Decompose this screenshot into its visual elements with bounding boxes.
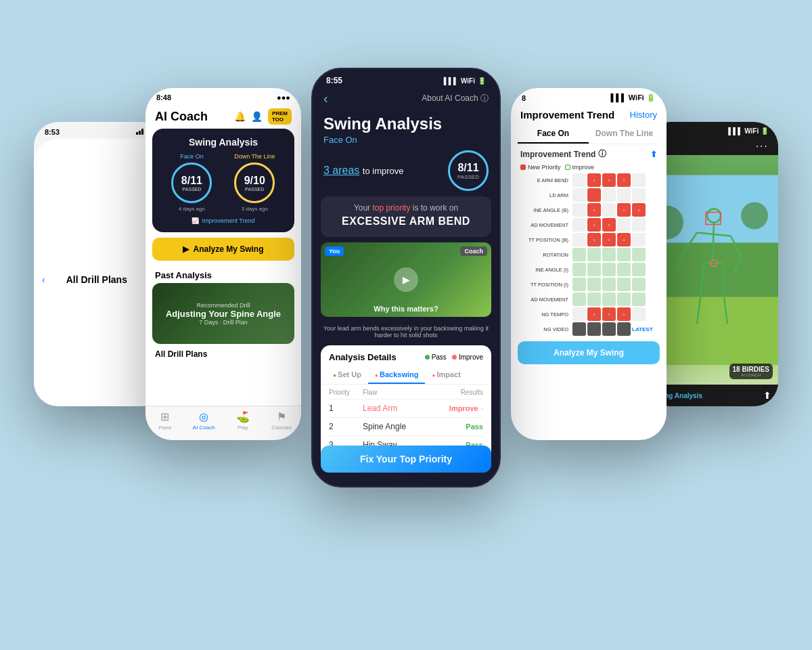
p2-all-drill-link[interactable]: All Drill Plans bbox=[145, 344, 301, 364]
p4-down-line-tab[interactable]: Down The Line bbox=[589, 125, 660, 144]
pc-time: 8:55 bbox=[326, 76, 342, 85]
p4-cell-9-5 bbox=[632, 292, 646, 306]
p4-row-4: AD MOVEMENT › › bbox=[515, 218, 662, 232]
pc-legend: Pass Improve bbox=[425, 353, 483, 361]
pc-status-icons: ▌▌▌ WiFi 🔋 bbox=[444, 77, 486, 85]
p4-cell-1-3: › bbox=[602, 173, 616, 187]
p4-history-btn[interactable]: History bbox=[630, 110, 657, 120]
p2-rec-overlay: Recommended Drill Adjusting Your Spine A… bbox=[152, 283, 294, 344]
pc-about-label[interactable]: About AI Coach ⓘ bbox=[422, 93, 489, 104]
pc-row1-result: Improve › bbox=[429, 404, 483, 412]
p2-line-passed: PASSED bbox=[245, 187, 264, 192]
pc-th-results: Results bbox=[429, 389, 483, 396]
p1-back-btn[interactable]: ‹ bbox=[42, 274, 45, 285]
pc-analysis-title: Analysis Details bbox=[329, 352, 397, 362]
pc-th-flaw: Flaw bbox=[363, 389, 429, 396]
p2-profile-icon[interactable]: 👤 bbox=[251, 111, 263, 122]
p2-recommended-card[interactable]: Recommended Drill Adjusting Your Spine A… bbox=[152, 283, 294, 344]
p4-analyze-btn[interactable]: Analyze My Swing bbox=[518, 341, 660, 364]
p4-latest-label: LATEST bbox=[632, 326, 653, 332]
p2-header: AI Coach 🔔 👤 PREMTOO bbox=[145, 104, 301, 129]
pc-tab-impact[interactable]: Impact bbox=[425, 366, 468, 384]
p4-cell-3-2: › bbox=[587, 203, 601, 217]
pc-table-row-1[interactable]: 1 Lead Arm Improve › bbox=[329, 399, 483, 417]
phone-ai-coach: 8:48 ●●● AI Coach 🔔 👤 PREMTOO Swing Anal… bbox=[145, 88, 301, 440]
pc-areas-text: 3 areas to improve bbox=[323, 165, 404, 177]
p4-cell-10-4: › bbox=[617, 307, 631, 321]
pc-row1-result-label: Improve bbox=[449, 404, 478, 412]
pc-areas-link[interactable]: 3 areas bbox=[323, 165, 359, 176]
pc-video-area[interactable]: You Coach ▶ Why this matters? bbox=[321, 242, 491, 317]
p2-bell-icon[interactable]: 🔔 bbox=[234, 111, 246, 122]
p2-tab-bar: ⊞ Feed ◎ AI Coach ⛳ Play ⚑ Courses bbox=[145, 406, 301, 440]
pc-coach-label: Coach bbox=[460, 246, 487, 256]
p5-share-icon[interactable]: ⬆ bbox=[763, 390, 771, 401]
pc-row2-result: Pass bbox=[429, 422, 483, 431]
p4-cell-7-1 bbox=[572, 263, 586, 276]
p5-status-icons: ▌▌▌ WiFi 🔋 bbox=[728, 127, 769, 135]
p2-play-icon: ⛳ bbox=[236, 410, 250, 423]
pc-you-label: You bbox=[325, 246, 344, 256]
p4-row-3: INE ANGLE (B) › › › bbox=[515, 203, 662, 217]
p4-grid-area: E ARM BEND › › › LD ARM bbox=[511, 173, 667, 336]
p2-tab-aicoach[interactable]: ◎ AI Coach bbox=[185, 410, 224, 431]
p2-time: 8:48 bbox=[156, 93, 171, 102]
p4-legend-new-label: New Priority bbox=[528, 164, 561, 171]
p4-row-cells-4: › › bbox=[572, 218, 646, 232]
pc-fix-btn[interactable]: Fix Your Top Priority bbox=[321, 446, 491, 473]
p2-status-bar: 8:48 ●●● bbox=[145, 88, 301, 104]
p2-analyze-btn[interactable]: ▶ Analyze My Swing bbox=[152, 238, 294, 261]
pc-back-btn[interactable]: ‹ bbox=[323, 91, 328, 106]
p2-tab-feed[interactable]: ⊞ Feed bbox=[145, 410, 185, 431]
pc-big-score-sub: PASSED bbox=[457, 174, 479, 180]
p4-cell-10-3: › bbox=[602, 307, 616, 321]
pc-play-btn[interactable]: ▶ bbox=[394, 267, 418, 292]
p4-cell-8-4 bbox=[617, 278, 631, 291]
pc-tab-backswing[interactable]: Backswing bbox=[368, 366, 426, 384]
p2-analyze-label: Analyze My Swing bbox=[193, 244, 263, 254]
p4-cell-4-4 bbox=[617, 218, 631, 232]
p4-face-on-tab[interactable]: Face On bbox=[518, 125, 589, 144]
p2-rec-sub: 7 Days · Drill Plan bbox=[199, 319, 248, 326]
pc-legend-pass: Pass bbox=[425, 353, 447, 361]
pc-legend-improve-label: Improve bbox=[459, 353, 483, 361]
p2-status-icons: ●●● bbox=[277, 93, 290, 102]
p5-birdies-sub: AI COACH bbox=[733, 373, 769, 377]
p4-cell-1-1 bbox=[572, 173, 586, 187]
p4-cell-10-5 bbox=[632, 307, 646, 321]
p2-trend-btn[interactable]: 📈 Improvement Trend bbox=[160, 217, 286, 224]
p2-tab-play[interactable]: ⛳ Play bbox=[223, 410, 263, 431]
p2-down-line-score: Down The Line 9/10 PASSED 3 days ago bbox=[234, 153, 275, 212]
p4-share-icon[interactable]: ⬆ bbox=[650, 150, 657, 159]
pc-th-priority: Priority bbox=[329, 389, 363, 396]
p2-tab-courses[interactable]: ⚑ Courses bbox=[263, 410, 302, 431]
p4-row-label-6: ROTATION bbox=[515, 252, 572, 258]
p5-dots[interactable]: ··· bbox=[756, 140, 769, 152]
pc-top-priority-highlight: top priority bbox=[372, 203, 410, 213]
pc-row1-num: 1 bbox=[329, 404, 363, 413]
p4-row-cells-5: › › › bbox=[572, 233, 646, 246]
pc-table-header: Priority Flaw Results bbox=[329, 387, 483, 399]
p4-cell-7-3 bbox=[602, 263, 616, 276]
pc-table-row-2[interactable]: 2 Spine Angle Pass bbox=[329, 417, 483, 435]
p4-section-label: Improvement Trend bbox=[520, 150, 595, 159]
p5-birdies-badge: 18 BIRDIES AI COACH bbox=[729, 364, 773, 379]
p4-cell-4-5 bbox=[632, 218, 646, 232]
p4-row-10: NG TEMPO › › › bbox=[515, 307, 662, 321]
pc-analysis-tabs: Set Up Backswing Impact bbox=[321, 366, 491, 385]
p4-cell-3-4: › bbox=[617, 203, 631, 217]
p2-face-on-label: Face On bbox=[171, 153, 212, 160]
pc-subtitle: Face On bbox=[323, 135, 489, 145]
p4-row-label-7: INE ANGLE (I) bbox=[515, 267, 572, 273]
p2-face-score-num: 8/11 bbox=[181, 175, 202, 187]
p2-premium-badge[interactable]: PREMTOO bbox=[268, 108, 292, 125]
p4-cell-1-4: › bbox=[617, 173, 631, 187]
pc-tab-setup[interactable]: Set Up bbox=[326, 366, 368, 384]
p4-cell-6-4 bbox=[617, 248, 631, 261]
p4-row-cells-6 bbox=[572, 248, 646, 261]
p4-info-icon: ⓘ bbox=[598, 148, 606, 160]
p4-row-6: ROTATION bbox=[515, 248, 662, 261]
p4-row-cells-3: › › › bbox=[572, 203, 646, 217]
p2-past-analysis-title: Past Analysis bbox=[145, 266, 301, 283]
phone-improvement-trend: 8 ▌▌▌ WiFi 🔋 Improvement Trend History F… bbox=[511, 88, 667, 440]
